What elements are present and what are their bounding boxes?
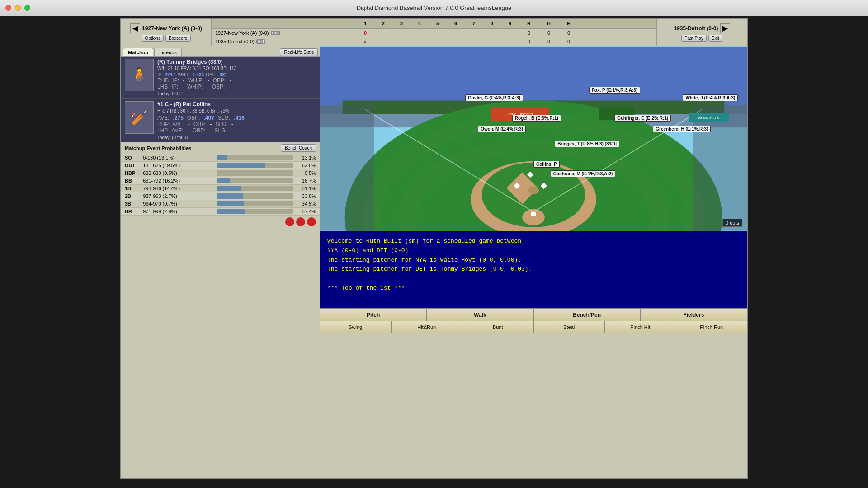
prob-bar-fill (217, 163, 265, 168)
event-type: HR (121, 208, 139, 216)
pitcher-lhb-obp: - (228, 84, 230, 90)
prob-pct: 31.1% (297, 185, 320, 192)
matchup-row: 1B 793-936 (14.4%) 31.1% (121, 185, 320, 192)
cm-badge: CM (271, 31, 280, 35)
matchup-tab[interactable]: Matchup (123, 48, 153, 56)
matchup-section: Matchup Event Probabilities Bench Coach … (121, 142, 320, 216)
fast-play-button[interactable]: Fast Play (681, 35, 707, 42)
hit-run-button[interactable]: Hit&Run (392, 321, 463, 333)
batter-ave: .275 (173, 115, 183, 121)
game-log-line: Welcome to Ruth Built (sm) for a schedul… (327, 237, 740, 246)
batter-obp: .407 (204, 115, 214, 121)
matchup-row: OUT 131-625 (49.5%) 62.6% (121, 162, 320, 169)
minimize-button[interactable] (15, 5, 21, 11)
prob-bar-cell (213, 185, 297, 192)
ball-1 (285, 217, 294, 226)
pitcher-lhb-ip: - (182, 84, 184, 90)
maximize-button[interactable] (24, 5, 30, 11)
pitcher-ip: 274.1 (165, 72, 176, 77)
svg-point-13 (528, 186, 539, 194)
inning-3: 3 (392, 21, 410, 26)
prob-bar-cell (213, 177, 297, 185)
game-log-line (327, 274, 740, 284)
swing-button[interactable]: Swing (320, 321, 392, 333)
batter-rhp-obp: - (210, 121, 212, 127)
walk-button[interactable]: Walk (427, 309, 533, 321)
prob-pct: 16.7% (297, 177, 320, 185)
action-buttons-bottom: SwingHit&RunBuntStealPinch HitPinch Run (320, 321, 747, 333)
window-controls[interactable] (5, 5, 30, 11)
matchup-row: HR 971-999 (2.9%) 37.4% (121, 208, 320, 216)
matchup-row: BB 631-792 (16.2%) 16.7% (121, 177, 320, 185)
event-range: 964-970 (0.7%) (139, 200, 213, 208)
action-buttons-top: PitchWalkBench/PenFielders (320, 308, 747, 321)
lineups-tab[interactable]: Lineups (154, 48, 182, 56)
event-type: OUT (121, 162, 139, 169)
ball-2 (296, 217, 305, 226)
pinch-run-button[interactable]: Pinch Run (676, 321, 747, 333)
prob-bar-cell (213, 169, 297, 177)
svg-rect-17 (531, 212, 536, 216)
pitcher-silhouette-icon: 🧍 (130, 66, 148, 84)
prob-bar-bg (217, 155, 293, 160)
bench-pen-button[interactable]: Bench/Pen (534, 309, 641, 321)
prob-bar-fill (217, 170, 218, 176)
left-panel: Matchup Lineups Real-Life Stats 🧍 (R) To… (121, 46, 320, 478)
event-range: 131-625 (49.5%) (139, 162, 213, 169)
det-team-label: 1935-Detroit (0-0) HM (212, 39, 356, 44)
event-type: HBP (121, 169, 139, 177)
pitcher-rhb-whip: - (208, 77, 209, 84)
home-team-arrow-left[interactable]: ◀ (130, 23, 140, 33)
real-life-stats-button[interactable]: Real-Life Stats (280, 48, 318, 56)
event-range: 0-130 (13.1%) (139, 154, 213, 162)
exit-button[interactable]: Exit (708, 35, 722, 42)
prob-pct: 0.5% (297, 169, 320, 177)
bunt-button[interactable]: Bunt (462, 321, 534, 333)
pitcher-name: (R) Tommy Bridges (33/0) (157, 59, 316, 65)
batter-section: 🏏 #1 C - (R) Pat Collins HR: 7 RBI: 36 R… (121, 99, 320, 142)
away-team-info: 1935-Detroit (0-0) ▶ Fast Play Exit (656, 19, 747, 46)
home-team-name: 1927-New York (A) (0-0) (142, 25, 202, 32)
matchup-row: HBP 626-630 (0.5%) 0.5% (121, 169, 320, 177)
pinch-hit-button[interactable]: Pinch Hit (605, 321, 676, 333)
hm-badge: HM (256, 39, 265, 44)
batter-lhp-slg: - (231, 127, 232, 134)
prob-bar-bg (217, 193, 293, 199)
home-team-info: ◀ 1927-New York (A) (0-0) Options Boxsco… (121, 19, 212, 46)
det-h: 0 (539, 39, 559, 44)
batter-rhp-ave: - (188, 121, 190, 127)
matchup-header: Matchup Event Probabilities Bench Coach (121, 142, 320, 154)
batter-name: #1 C - (R) Pat Collins (157, 101, 316, 108)
fielders-button[interactable]: Fielders (641, 309, 747, 321)
pitcher-obp: .331 (218, 72, 227, 77)
det-r: 0 (519, 39, 539, 44)
event-range: 971-999 (2.9%) (139, 208, 213, 216)
ball-3 (307, 217, 316, 226)
game-log-line: NYA (0-0) and DET (0-0). (327, 246, 740, 256)
content-area: Matchup Lineups Real-Life Stats 🧍 (R) To… (121, 46, 747, 478)
steal-button[interactable]: Steal (534, 321, 605, 333)
options-button[interactable]: Options (142, 35, 163, 42)
close-button[interactable] (5, 5, 11, 11)
prob-bar-bg (217, 170, 293, 176)
pitcher-lhb-whip: - (207, 84, 208, 90)
pitcher-section: 🧍 (R) Tommy Bridges (33/0) W/L: 21-10 ER… (121, 57, 320, 99)
prob-bar-fill (217, 186, 241, 191)
nya-h: 0 (539, 30, 559, 36)
e-header: E (559, 21, 579, 26)
nya-e: 0 (559, 30, 579, 36)
batter-lhp-obp: - (209, 127, 211, 134)
prob-bar-bg (217, 201, 293, 206)
inning-9: 9 (501, 21, 519, 26)
pitcher-record: W/L: 21-10 ERA: 3.51 SO: 163 BB: 113 (157, 66, 316, 71)
boxscore-button[interactable]: Boxscore (165, 35, 191, 42)
prob-bar-fill (217, 155, 227, 160)
game-log-line: *** Top of the 1st *** (327, 284, 740, 293)
batter-today: Today: (0 for 0) (157, 135, 316, 140)
pitch-button[interactable]: Pitch (320, 309, 427, 321)
away-team-arrow-right[interactable]: ▶ (720, 23, 730, 33)
prob-pct: 33.8% (297, 192, 320, 200)
outs-badge: 0 outs (722, 219, 742, 227)
svg-rect-21 (693, 105, 747, 230)
bench-coach-button[interactable]: Bench Coach (281, 144, 316, 152)
